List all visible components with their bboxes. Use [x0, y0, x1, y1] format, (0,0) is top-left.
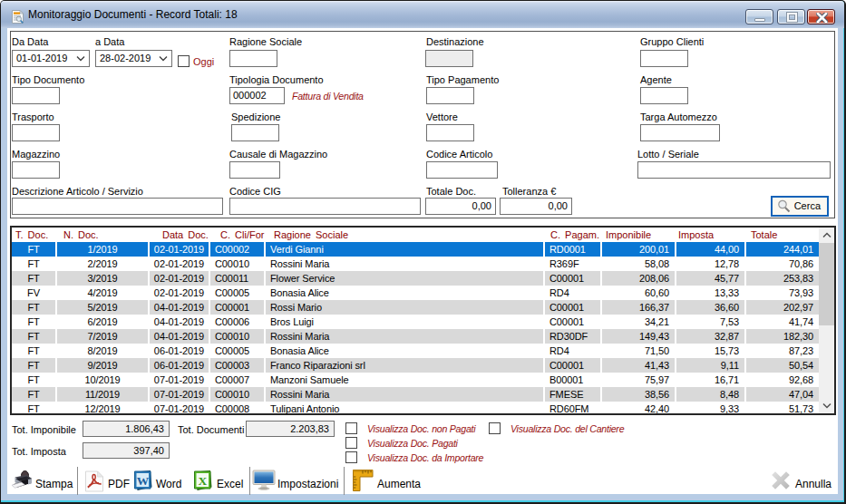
svg-text:X: X	[199, 474, 208, 488]
svg-text:W: W	[137, 474, 150, 488]
